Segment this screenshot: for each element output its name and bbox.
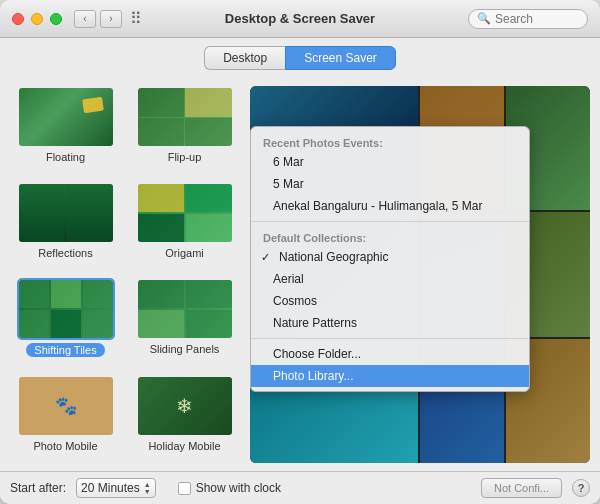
help-button[interactable]: ? <box>572 479 590 497</box>
wallpaper-label-photomobile: Photo Mobile <box>33 440 97 452</box>
wallpaper-item-holidaymobile[interactable]: ❄ Holiday Mobile <box>129 375 240 463</box>
dropdown-item-nature[interactable]: Nature Patterns <box>251 312 529 334</box>
wallpaper-thumb-origami <box>136 182 234 244</box>
wallpaper-thumb-flipup <box>136 86 234 148</box>
grid-icon[interactable]: ⠿ <box>130 9 142 28</box>
forward-arrow[interactable]: › <box>100 10 122 28</box>
wallpaper-thumb-sliding <box>136 278 234 340</box>
recent-photos-header: Recent Photos Events: <box>251 131 529 151</box>
wallpaper-item-reflections[interactable]: Reflections <box>10 182 121 270</box>
wallpaper-item-floating[interactable]: Floating <box>10 86 121 174</box>
show-with-clock-checkbox[interactable] <box>178 482 191 495</box>
wallpaper-grid: Floating Flip-up Reflections <box>10 86 240 463</box>
dropdown-separator-1 <box>251 221 529 222</box>
dropdown-item-aerial[interactable]: Aerial <box>251 268 529 290</box>
dropdown-item-cosmos[interactable]: Cosmos <box>251 290 529 312</box>
titlebar: ‹ › ⠿ Desktop & Screen Saver 🔍 <box>0 0 600 38</box>
select-arrows-icon: ▲▼ <box>144 481 151 495</box>
start-after-select[interactable]: 20 Minutes ▲▼ <box>76 478 156 498</box>
right-panel: Recent Photos Events: 6 Mar 5 Mar Anekal… <box>250 86 590 463</box>
start-after-value: 20 Minutes <box>81 481 140 495</box>
preview-area: Recent Photos Events: 6 Mar 5 Mar Anekal… <box>250 86 590 463</box>
start-after-label: Start after: <box>10 481 66 495</box>
dropdown-item-5mar[interactable]: 5 Mar <box>251 173 529 195</box>
tabs-bar: Desktop Screen Saver <box>0 38 600 78</box>
tab-screensaver[interactable]: Screen Saver <box>285 46 396 70</box>
wallpaper-label-reflections: Reflections <box>38 247 92 259</box>
dropdown-item-6mar[interactable]: 6 Mar <box>251 151 529 173</box>
show-with-clock[interactable]: Show with clock <box>178 481 281 495</box>
wallpaper-thumb-holidaymobile: ❄ <box>136 375 234 437</box>
minimize-button[interactable] <box>31 13 43 25</box>
main-window: ‹ › ⠿ Desktop & Screen Saver 🔍 Desktop S… <box>0 0 600 504</box>
wallpaper-thumb-floating <box>17 86 115 148</box>
back-arrow[interactable]: ‹ <box>74 10 96 28</box>
dropdown-item-choosefolder[interactable]: Choose Folder... <box>251 343 529 365</box>
window-controls <box>12 13 62 25</box>
dropdown-item-anekal[interactable]: Anekal Bangaluru - Hulimangala, 5 Mar <box>251 195 529 217</box>
wallpaper-thumb-shifting <box>17 278 115 340</box>
close-button[interactable] <box>12 13 24 25</box>
maximize-button[interactable] <box>50 13 62 25</box>
tab-desktop[interactable]: Desktop <box>204 46 285 70</box>
wallpaper-label-origami: Origami <box>165 247 204 259</box>
wallpaper-item-sliding[interactable]: Sliding Panels <box>129 278 240 368</box>
wallpaper-item-shifting[interactable]: Shifting Tiles <box>10 278 121 368</box>
wallpaper-label-shifting: Shifting Tiles <box>26 343 104 357</box>
wallpaper-item-photomobile[interactable]: Photo Mobile <box>10 375 121 463</box>
show-with-clock-label: Show with clock <box>196 481 281 495</box>
wallpaper-label-holidaymobile: Holiday Mobile <box>148 440 220 452</box>
wallpaper-item-flipup[interactable]: Flip-up <box>129 86 240 174</box>
source-dropdown: Recent Photos Events: 6 Mar 5 Mar Anekal… <box>250 126 530 392</box>
window-title: Desktop & Screen Saver <box>225 11 375 26</box>
search-input[interactable] <box>495 12 585 26</box>
default-collections-header: Default Collections: <box>251 226 529 246</box>
main-content: Floating Flip-up Reflections <box>0 78 600 471</box>
dropdown-item-natgeo[interactable]: National Geographic <box>251 246 529 268</box>
navigation-arrows: ‹ › <box>74 10 122 28</box>
dropdown-separator-2 <box>251 338 529 339</box>
wallpaper-item-origami[interactable]: Origami <box>129 182 240 270</box>
dropdown-item-photolibrary[interactable]: Photo Library... <box>251 365 529 387</box>
bottom-bar: Start after: 20 Minutes ▲▼ Show with clo… <box>0 471 600 504</box>
search-box[interactable]: 🔍 <box>468 9 588 29</box>
search-icon: 🔍 <box>477 12 491 25</box>
left-panel: Floating Flip-up Reflections <box>10 86 240 463</box>
wallpaper-label-floating: Floating <box>46 151 85 163</box>
not-configure-button[interactable]: Not Confi... <box>481 478 562 498</box>
wallpaper-thumb-reflections <box>17 182 115 244</box>
wallpaper-label-sliding: Sliding Panels <box>150 343 220 355</box>
wallpaper-label-flipup: Flip-up <box>168 151 202 163</box>
wallpaper-thumb-photomobile <box>17 375 115 437</box>
